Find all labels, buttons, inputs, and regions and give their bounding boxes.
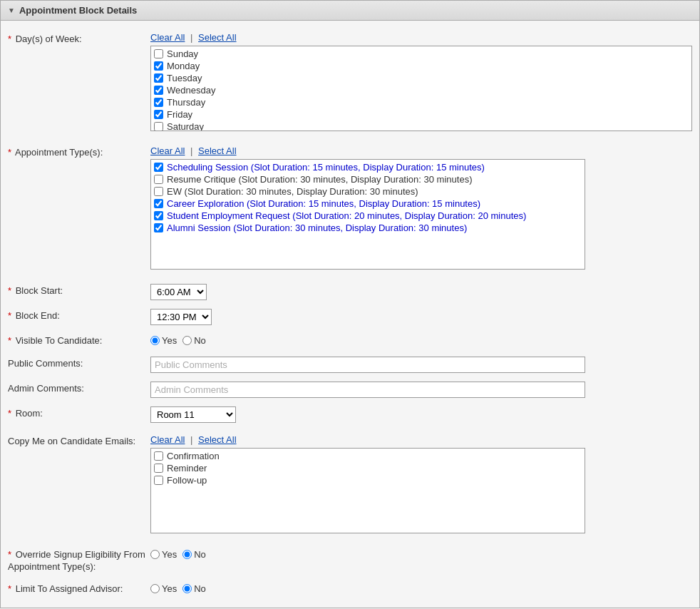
room-required-star: *	[8, 408, 11, 419]
thursday-label[interactable]: Thursday	[167, 97, 205, 108]
t6-checkbox[interactable]	[154, 223, 163, 232]
visible-radio-group: Yes No	[150, 334, 692, 346]
visible-yes-label[interactable]: Yes	[150, 335, 177, 346]
list-item: Confirmation	[151, 450, 585, 462]
block-start-select[interactable]: 6:00 AM 6:30 AM 7:00 AM 8:00 AM	[150, 284, 207, 300]
list-item: Reminder	[151, 462, 585, 474]
limit-yes-label[interactable]: Yes	[150, 583, 177, 594]
copy-me-clear-all-link[interactable]: Clear All	[150, 434, 185, 445]
override-yes-radio[interactable]	[150, 550, 160, 559]
appointment-block-details-panel: ▼ Appointment Block Details * Day(s) of …	[0, 0, 700, 608]
visible-to-candidate-row: * Visible To Candidate: Yes No	[1, 329, 699, 352]
t3-checkbox[interactable]	[154, 187, 163, 196]
types-select-all-link[interactable]: Select All	[198, 145, 236, 156]
saturday-checkbox[interactable]	[154, 122, 163, 131]
t3-label[interactable]: EW (Slot Duration: 30 minutes, Display D…	[167, 186, 418, 197]
visible-to-candidate-content: Yes No	[150, 334, 692, 346]
block-start-label: * Block Start:	[8, 284, 150, 296]
room-content: Room 11 Room 12 Room 13 Room 14	[150, 406, 692, 423]
override-signup-label: * Override Signup Eligibility From Appoi…	[8, 548, 150, 573]
types-link-group: Clear All | Select All	[150, 145, 692, 156]
block-start-row: * Block Start: 6:00 AM 6:30 AM 7:00 AM 8…	[1, 280, 699, 304]
visible-to-candidate-label: * Visible To Candidate:	[8, 334, 150, 346]
public-comments-input[interactable]	[150, 357, 585, 373]
override-yes-label[interactable]: Yes	[150, 549, 177, 560]
admin-comments-row: Admin Comments:	[1, 377, 699, 402]
t1-checkbox[interactable]	[154, 163, 163, 172]
days-of-week-content: Clear All | Select All Sunday Monday	[150, 32, 692, 131]
list-item: Scheduling Session (Slot Duration: 15 mi…	[151, 161, 585, 173]
days-select-all-link[interactable]: Select All	[198, 32, 236, 43]
days-of-week-label: * Day(s) of Week:	[8, 32, 150, 44]
t2-checkbox[interactable]	[154, 175, 163, 184]
t4-checkbox[interactable]	[154, 199, 163, 208]
limit-no-radio[interactable]	[182, 584, 192, 593]
monday-checkbox[interactable]	[154, 61, 163, 71]
followup-checkbox[interactable]	[154, 476, 163, 485]
appointment-types-label: * Appointment Type(s):	[8, 145, 150, 158]
appointment-types-row: * Appointment Type(s): Clear All | Selec…	[1, 141, 699, 274]
days-required-star: *	[8, 34, 11, 44]
admin-comments-label: Admin Comments:	[8, 382, 150, 394]
types-listbox: Scheduling Session (Slot Duration: 15 mi…	[150, 159, 585, 270]
override-no-radio[interactable]	[182, 550, 192, 559]
types-clear-all-link[interactable]: Clear All	[150, 145, 185, 156]
copy-me-select-all-link[interactable]: Select All	[198, 434, 236, 445]
t5-label[interactable]: Student Employment Request (Slot Duratio…	[167, 210, 526, 221]
saturday-label[interactable]: Saturday	[167, 121, 204, 131]
t5-checkbox[interactable]	[154, 211, 163, 220]
tuesday-label[interactable]: Tuesday	[167, 73, 202, 83]
thursday-checkbox[interactable]	[154, 98, 163, 107]
days-clear-all-link[interactable]: Clear All	[150, 32, 185, 43]
reminder-label[interactable]: Reminder	[167, 463, 207, 474]
block-start-required-star: *	[8, 285, 11, 296]
friday-checkbox[interactable]	[154, 110, 163, 119]
override-signup-content: Yes No	[150, 548, 692, 560]
confirmation-checkbox[interactable]	[154, 451, 163, 461]
block-end-select[interactable]: 12:00 PM 12:30 PM 1:00 PM 1:30 PM	[150, 309, 212, 325]
list-item: EW (Slot Duration: 30 minutes, Display D…	[151, 185, 585, 198]
admin-comments-input[interactable]	[150, 382, 585, 398]
panel-title: Appointment Block Details	[19, 5, 137, 16]
list-item: Resume Critique (Slot Duration: 30 minut…	[151, 173, 585, 185]
confirmation-label[interactable]: Confirmation	[167, 451, 220, 461]
copy-me-link-group: Clear All | Select All	[150, 434, 692, 445]
followup-label[interactable]: Follow-up	[167, 475, 207, 486]
copy-me-listbox: Confirmation Reminder Follow-up	[150, 448, 585, 533]
list-item: Thursday	[151, 96, 691, 108]
room-row: * Room: Room 11 Room 12 Room 13 Room 14	[1, 402, 699, 427]
limit-radio-group: Yes No	[150, 582, 692, 594]
list-item: Friday	[151, 108, 691, 121]
visible-no-radio[interactable]	[182, 336, 192, 345]
block-end-required-star: *	[8, 310, 11, 321]
days-of-week-row: * Day(s) of Week: Clear All | Select All…	[1, 28, 699, 135]
t6-label[interactable]: Alumni Session (Slot Duration: 30 minute…	[167, 222, 467, 233]
wednesday-checkbox[interactable]	[154, 86, 163, 95]
visible-no-label[interactable]: No	[182, 335, 206, 346]
wednesday-label[interactable]: Wednesday	[167, 85, 215, 96]
list-item: Monday	[151, 60, 691, 72]
block-end-label: * Block End:	[8, 309, 150, 321]
visible-yes-radio[interactable]	[150, 336, 160, 345]
panel-body: * Day(s) of Week: Clear All | Select All…	[1, 21, 699, 608]
t2-label[interactable]: Resume Critique (Slot Duration: 30 minut…	[167, 174, 472, 185]
panel-collapse-arrow[interactable]: ▼	[8, 6, 15, 14]
override-no-label[interactable]: No	[182, 549, 206, 560]
limit-yes-radio[interactable]	[150, 584, 160, 593]
t1-label[interactable]: Scheduling Session (Slot Duration: 15 mi…	[167, 162, 485, 173]
friday-label[interactable]: Friday	[167, 109, 192, 120]
list-item: Wednesday	[151, 84, 691, 96]
room-select[interactable]: Room 11 Room 12 Room 13 Room 14	[150, 406, 236, 423]
sunday-label[interactable]: Sunday	[167, 48, 198, 59]
limit-no-label[interactable]: No	[182, 583, 206, 594]
limit-advisor-content: Yes No	[150, 582, 692, 594]
limit-advisor-label: * Limit To Assigned Advisor:	[8, 582, 150, 594]
tuesday-checkbox[interactable]	[154, 73, 163, 83]
list-item: Follow-up	[151, 474, 585, 486]
list-item: Tuesday	[151, 72, 691, 84]
monday-label[interactable]: Monday	[167, 61, 200, 71]
days-listbox: Sunday Monday Tuesday Wednesday	[150, 46, 692, 131]
reminder-checkbox[interactable]	[154, 464, 163, 473]
sunday-checkbox[interactable]	[154, 49, 163, 58]
t4-label[interactable]: Career Exploration (Slot Duration: 15 mi…	[167, 198, 480, 209]
